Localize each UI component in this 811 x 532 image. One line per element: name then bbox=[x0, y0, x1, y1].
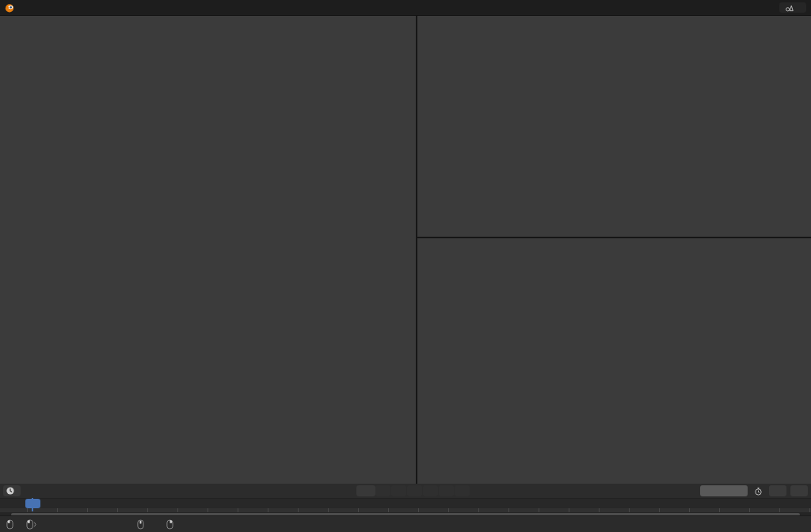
jump-to-start-button[interactable] bbox=[375, 485, 390, 496]
stopwatch-icon bbox=[754, 487, 763, 496]
clock-icon bbox=[6, 486, 15, 496]
mouse-hint-rotate-view bbox=[137, 519, 147, 530]
next-keyframe-button[interactable] bbox=[439, 485, 454, 496]
current-frame-field[interactable] bbox=[700, 485, 748, 496]
mouse-hint-box-select bbox=[26, 519, 40, 530]
viewport-editor-front bbox=[0, 15, 416, 484]
viewport-editor-back bbox=[417, 238, 811, 484]
current-frame-badge[interactable] bbox=[25, 499, 40, 508]
play-reverse-button[interactable] bbox=[407, 485, 422, 496]
middle-mouse-icon bbox=[137, 519, 144, 530]
start-frame-field[interactable] bbox=[769, 485, 786, 496]
blender-logo-icon[interactable] bbox=[4, 2, 15, 13]
left-mouse-drag-icon bbox=[26, 519, 37, 530]
scene-selector[interactable] bbox=[779, 2, 806, 13]
mouse-hint-select bbox=[6, 519, 17, 530]
mouse-hint-menu bbox=[166, 519, 177, 530]
jump-to-end-button[interactable] bbox=[455, 485, 470, 496]
end-frame-field[interactable] bbox=[790, 485, 808, 496]
timeline-ruler[interactable] bbox=[0, 499, 811, 508]
record-button[interactable] bbox=[356, 485, 375, 496]
top-menu-bar bbox=[0, 0, 811, 16]
status-bar bbox=[0, 515, 811, 532]
frame-range-controls bbox=[700, 485, 808, 496]
timeline-editor bbox=[0, 484, 811, 516]
blender-window bbox=[0, 0, 811, 532]
play-button[interactable] bbox=[423, 485, 438, 496]
playback-controls bbox=[375, 485, 470, 496]
scene-icon bbox=[785, 3, 794, 12]
preview-range-button[interactable] bbox=[752, 485, 765, 496]
right-mouse-icon bbox=[166, 519, 173, 530]
prev-keyframe-button[interactable] bbox=[391, 485, 406, 496]
editor-type-dropdown[interactable] bbox=[3, 485, 21, 496]
left-mouse-icon bbox=[6, 519, 13, 530]
viewport-editor-right bbox=[417, 15, 811, 237]
timeline-header bbox=[0, 484, 811, 499]
